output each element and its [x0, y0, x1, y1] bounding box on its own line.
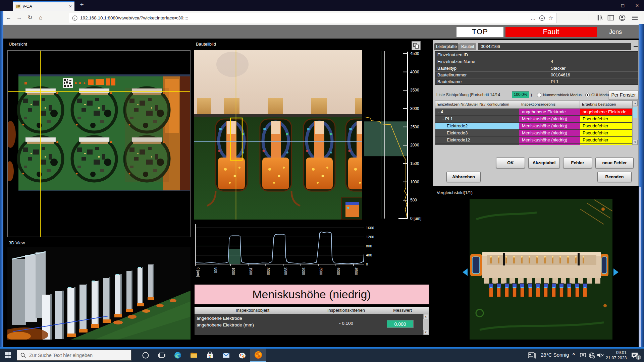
cascade-windows-button[interactable] [412, 41, 421, 50]
list-title-suffix: ) [531, 93, 532, 97]
page-actions-icon[interactable]: … [531, 15, 536, 21]
desktop-edge-left [0, 11, 3, 349]
ok-button[interactable]: OK [496, 158, 525, 168]
svg-text:4000: 4000 [410, 70, 419, 74]
measurement-scrollbar[interactable]: ▲ ▼ [423, 314, 429, 335]
view3d-image[interactable] [7, 247, 191, 340]
svg-text:3000: 3000 [302, 267, 305, 275]
close-tab-icon[interactable]: × [69, 4, 72, 9]
per-fenster-button[interactable]: Per Fenster [609, 90, 638, 100]
edge-icon[interactable] [170, 349, 186, 362]
radio-nummernblock[interactable] [537, 93, 541, 97]
collapse-panel-icon[interactable] [634, 46, 638, 47]
scroll-up-icon[interactable]: ▲ [633, 101, 638, 106]
bauteilbild-image[interactable] [194, 50, 362, 220]
previous-image-arrow[interactable] [463, 268, 468, 276]
forward-icon[interactable]: → [15, 13, 24, 22]
field-label: Einzelnutzen ID [437, 52, 468, 57]
pocket-icon[interactable] [539, 15, 545, 21]
reload-icon[interactable]: ↻ [25, 13, 35, 22]
scroll-down-icon[interactable]: ▼ [633, 140, 638, 145]
field-label: Einzelnutzen Name [437, 59, 475, 64]
cortana-icon[interactable] [138, 349, 154, 362]
svg-text:500: 500 [410, 198, 417, 202]
scroll-down-icon[interactable]: ▼ [423, 330, 428, 335]
field-label: Bauteilname [437, 79, 462, 84]
paint3d-icon[interactable] [234, 349, 250, 362]
svg-text:2000: 2000 [410, 143, 419, 147]
window-minimize-button[interactable]: — [601, 0, 615, 11]
vergleichsbild-image[interactable] [470, 199, 612, 340]
svg-text:2000: 2000 [266, 267, 270, 275]
search-input[interactable] [29, 352, 131, 358]
field-value: PL1 [551, 79, 558, 84]
svg-text:1200: 1200 [366, 235, 374, 239]
akzeptabel-button[interactable]: Akzeptabel [528, 158, 560, 168]
weather-status[interactable]: 28°C Sonnig [541, 352, 569, 358]
start-button[interactable] [0, 349, 16, 362]
svg-text:0: 0 [366, 262, 368, 266]
site-info-icon[interactable] [72, 15, 77, 21]
field-value: 4 [551, 59, 553, 64]
tray-chevron-icon[interactable]: ^ [572, 352, 575, 358]
neue-fehler-button[interactable]: neue Fehler [595, 158, 634, 168]
scroll-thumb[interactable] [633, 107, 637, 118]
url-bar[interactable]: … ☆ [69, 13, 557, 23]
new-tab-button[interactable]: + [77, 1, 87, 8]
scroll-up-icon[interactable]: ▲ [423, 314, 428, 319]
list-row[interactable]: Elektrode3Meniskushöhe (niedrig)Pseudofe… [435, 129, 638, 136]
file-explorer-icon[interactable] [186, 349, 202, 362]
volume-muted-icon[interactable] [596, 349, 605, 362]
browser-navbar: ← → ↻ ⌂ … ☆ [0, 11, 644, 24]
browser-tab[interactable]: v-CA × [13, 1, 74, 11]
fehler-button[interactable]: Fehler [563, 158, 592, 168]
board-id-field[interactable]: 00342166 [478, 43, 631, 50]
uebersicht-image[interactable] [8, 51, 190, 237]
col-inspektionsobjekt: Inspektionsobjekt [195, 307, 311, 314]
abbrechen-button[interactable]: Abbrechen [446, 172, 481, 182]
window-close-button[interactable]: × [630, 0, 644, 11]
detail-panel: Leiterplatte Bauteil 00342166 Einzelnutz… [433, 40, 639, 186]
taskbar-search[interactable] [17, 350, 131, 361]
tab-leiterplatte[interactable]: Leiterplatte [434, 43, 459, 50]
col-ergebnis-bestaetigen: Ergebnis bestätigen [580, 101, 628, 108]
list-row[interactable]: Elektrode12Meniskushöhe (niedrig)Pseudof… [435, 136, 638, 143]
home-icon[interactable]: ⌂ [36, 13, 45, 22]
cast-icon[interactable] [578, 349, 588, 362]
radio-nummernblock-label[interactable]: Nummernblock Modus [543, 93, 582, 97]
task-view-icon[interactable] [154, 349, 170, 362]
list-row[interactable]: - 4angehobene Elektrodeangehobene Elektr… [435, 109, 638, 115]
tab-bauteil[interactable]: Bauteil [459, 43, 476, 50]
svg-text:4500: 4500 [354, 267, 358, 275]
clock[interactable]: 09:01 21.07.2023 [606, 350, 627, 361]
next-image-arrow[interactable] [613, 268, 619, 276]
firefox-icon-active[interactable] [250, 349, 266, 362]
list-row[interactable]: - PL1Meniskushöhe (niedrig)Pseudofehler [435, 115, 638, 122]
svg-text:1000: 1000 [410, 180, 419, 184]
page-scroll-strip[interactable] [639, 187, 641, 347]
beenden-button[interactable]: Beenden [597, 172, 632, 182]
mail-icon[interactable] [218, 349, 234, 362]
list-title: Liste Sichtprüfung (Fortschritt 14/14 [436, 93, 500, 97]
window-maximize-button[interactable]: □ [615, 0, 630, 11]
radio-gui-modus[interactable] [585, 93, 590, 97]
list-row[interactable]: Elektrode11Meniskushöhe (niedrig)Pseudof… [435, 143, 638, 145]
url-input[interactable] [79, 15, 527, 21]
account-icon[interactable] [619, 14, 626, 21]
bookmark-star-icon[interactable]: ☆ [548, 15, 553, 21]
no-internet-globe-icon[interactable] [587, 349, 596, 362]
library-icon[interactable] [596, 14, 603, 21]
list-row-selected[interactable]: Elektrode2Meniskushöhe (niedrig)Pseudofe… [435, 122, 638, 129]
notification-icon[interactable]: 1 [628, 349, 641, 362]
menu-icon[interactable] [631, 14, 639, 21]
store-icon[interactable] [202, 349, 218, 362]
measurement-criteria: - 0.100 [311, 321, 382, 326]
sidebar-icon[interactable] [607, 14, 614, 21]
field-value: 00104616 [551, 72, 570, 77]
list-scrollbar[interactable]: ▲ ▼ [632, 101, 638, 145]
svg-text:0 [um]: 0 [um] [196, 267, 200, 277]
radio-gui-modus-label[interactable]: GUI Modus [591, 93, 611, 97]
news-weather-icon[interactable] [526, 349, 538, 362]
view3d-title: 3D View [9, 240, 25, 245]
back-icon[interactable]: ← [4, 13, 13, 22]
